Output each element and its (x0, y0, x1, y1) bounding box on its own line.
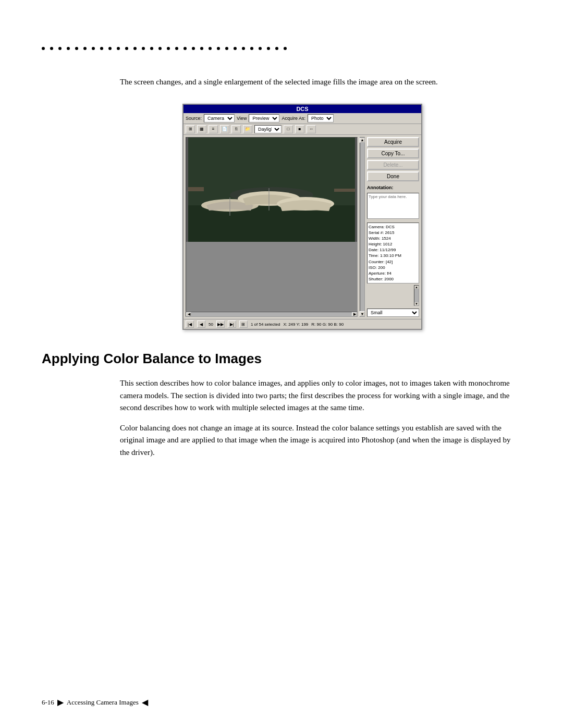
scroll-right-arrow[interactable]: ▶ (352, 312, 357, 316)
dot-10 (117, 47, 120, 50)
selection-status: 1 of 54 selected (251, 322, 280, 327)
info-scroll-down[interactable]: ▼ (415, 302, 418, 305)
dot-9 (108, 47, 112, 50)
view-select[interactable]: Preview (249, 114, 279, 122)
info-height: Height: 1012 (369, 241, 418, 247)
icon-btn-copy[interactable]: ⎘ (231, 125, 241, 133)
dcs-dialog: DCS Source: Camera View Preview Acquire … (182, 104, 422, 330)
dot-17 (175, 47, 178, 50)
toolbar-row-2: ⊞ ▦ ≡ 📄 ⎘ 📁 Daylight □ ■ ↔ (183, 124, 421, 135)
footer-arrow-right: ▶ (57, 697, 64, 707)
dot-21 (209, 47, 212, 50)
dot-30 (284, 47, 287, 50)
page-container: The screen changes, and a single enlarge… (0, 0, 563, 728)
dot-15 (158, 47, 162, 50)
dot-1 (42, 47, 45, 50)
scroll-down-arrow[interactable]: ▼ (360, 311, 365, 316)
dot-11 (125, 47, 128, 50)
dcs-right-panel: Acquire Copy To... Delete... Done Annota… (367, 137, 419, 317)
info-v-scrollbar[interactable]: ▲ ▼ (414, 285, 419, 306)
info-serial: Serial #: 2615 (369, 230, 418, 236)
info-date: Date: 11/12/99 (369, 247, 418, 253)
dot-7 (92, 47, 95, 50)
dot-12 (133, 47, 137, 50)
footer-arrow-left: ◀ (142, 697, 148, 707)
nav-prev[interactable]: ◀ (197, 320, 205, 328)
intro-paragraph: The screen changes, and a single enlarge… (120, 76, 480, 88)
icon-btn-folder[interactable]: 📁 (243, 125, 252, 133)
dot-29 (275, 47, 278, 50)
body-paragraph-2: Color balancing does not change an image… (120, 422, 521, 459)
dot-6 (83, 47, 87, 50)
view-label: View (237, 116, 247, 121)
icon-btn-grid[interactable]: ⊞ (186, 125, 195, 133)
dot-19 (192, 47, 195, 50)
info-shutter: Shutter: 2000 (369, 276, 418, 282)
dcs-titlebar: DCS (183, 105, 421, 113)
image-section: DCS60040.TIF (186, 137, 358, 317)
icon-btn-film[interactable]: ▦ (197, 125, 206, 133)
nav-next[interactable]: ▶| (228, 320, 236, 328)
scroll-left-arrow[interactable]: ◀ (186, 312, 191, 316)
source-select[interactable]: Camera (204, 114, 235, 122)
coordinates: X: 249 Y: 199 (283, 322, 308, 327)
acquire-select[interactable]: Photo (308, 114, 334, 122)
h-scrollbar[interactable]: ◀ ▶ (186, 312, 358, 317)
h-scroll-track (191, 312, 352, 316)
dot-22 (217, 47, 220, 50)
boats-svg (186, 138, 357, 242)
size-select[interactable]: Small (367, 309, 419, 317)
nav-grid[interactable]: ⊞ (239, 320, 248, 328)
acquire-button[interactable]: Acquire (367, 137, 419, 147)
dcs-image-area: DCS60040.TIF (186, 137, 358, 312)
delete-button[interactable]: Delete... (367, 160, 419, 170)
page-footer: 6-16 ▶ Accessing Camera Images ◀ (0, 697, 563, 707)
acquire-label: Acquire As: (282, 116, 305, 121)
dot-3 (58, 47, 62, 50)
boat-3 (277, 197, 334, 211)
dot-5 (75, 47, 78, 50)
icon-btn-white[interactable]: □ (284, 125, 293, 133)
source-label: Source: (186, 116, 202, 121)
boats-image (186, 138, 357, 242)
daylight-select[interactable]: Daylight (254, 125, 282, 133)
dot-24 (234, 47, 237, 50)
svg-rect-8 (188, 187, 204, 191)
zoom-level: 50 (209, 322, 213, 327)
info-counter: Counter: [42] (369, 259, 418, 265)
icon-btn-doc[interactable]: 📄 (220, 125, 229, 133)
dot-2 (50, 47, 53, 50)
dot-8 (100, 47, 103, 50)
dot-28 (267, 47, 270, 50)
dot-23 (225, 47, 228, 50)
dcs-title: DCS (296, 106, 308, 112)
scroll-up-arrow[interactable]: ▲ (360, 138, 365, 143)
dot-13 (142, 47, 145, 50)
copy-to-button[interactable]: Copy To... (367, 149, 419, 158)
image-v-scrollbar[interactable]: ▲ ▼ (360, 137, 365, 317)
info-scrollbar: ▲ ▼ (367, 285, 419, 306)
info-camera: Camera: DCS (369, 224, 418, 230)
info-scroll-track (414, 289, 419, 302)
svg-rect-9 (334, 189, 355, 192)
footer-page-ref: 6-16 (42, 698, 54, 707)
info-width: Width: 1524 (369, 236, 418, 241)
body-paragraph-1: This section describes how to color bala… (120, 377, 521, 414)
info-panel: Camera: DCS Serial #: 2615 Width: 1524 H… (367, 223, 419, 284)
nav-next-group[interactable]: ▶▶ (216, 320, 225, 328)
icon-btn-black[interactable]: ■ (295, 125, 304, 133)
done-button[interactable]: Done (367, 171, 419, 181)
section-heading: Applying Color Balance to Images (42, 351, 521, 367)
dot-16 (167, 47, 170, 50)
dot-26 (250, 47, 253, 50)
nav-first[interactable]: |◀ (186, 320, 194, 328)
annotation-box[interactable]: Type your data here. (367, 193, 419, 219)
dot-27 (259, 47, 262, 50)
dot-4 (67, 47, 70, 50)
icon-btn-list[interactable]: ≡ (209, 125, 218, 133)
icon-btn-arrow[interactable]: ↔ (307, 125, 316, 133)
dcs-main-content: DCS60040.TIF (183, 135, 421, 319)
dot-14 (150, 47, 153, 50)
info-time: Time: 1:30:10 PM (369, 253, 418, 258)
annotation-placeholder: Type your data here. (369, 194, 407, 199)
